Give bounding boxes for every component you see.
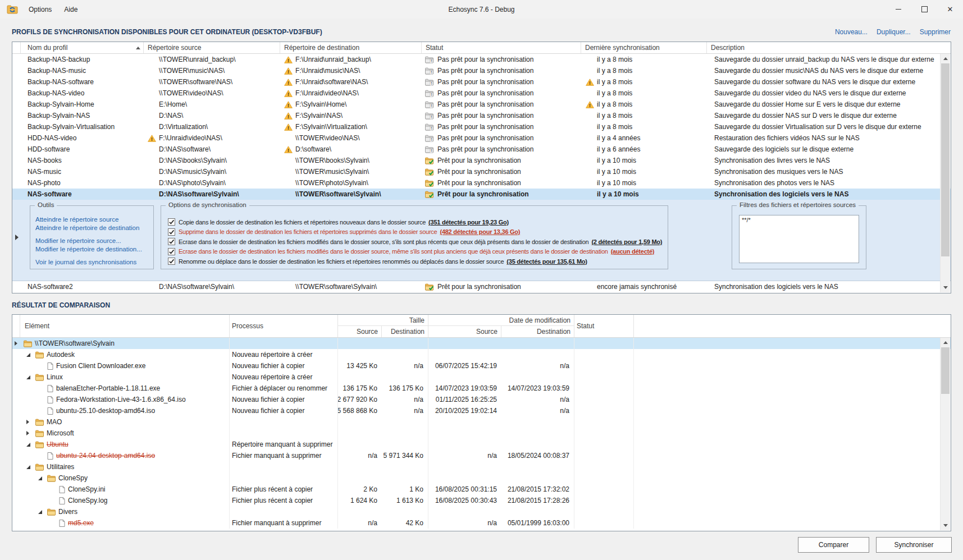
tool-link[interactable]: Atteindre le répertoire de destination (35, 224, 153, 232)
profile-row[interactable]: Backup-Sylvain-Virtualisation D:\Virtual… (12, 121, 951, 132)
sync-option-count-link[interactable]: (351 détectés pour 19,23 Go) (428, 219, 509, 226)
profiles-column-header[interactable]: Nom du profil (21, 42, 144, 53)
checkbox-checked-icon[interactable] (168, 248, 175, 255)
column-header-size[interactable]: Taille (338, 315, 428, 326)
filters-input[interactable]: **/* (739, 215, 859, 263)
column-header-date-destination[interactable]: Destination (501, 326, 574, 337)
compare-row[interactable]: Autodesk Nouveau répertoire à créer (12, 349, 951, 360)
compare-row[interactable]: Linux Nouveau répertoire à créer (12, 371, 951, 383)
column-header-size-source[interactable]: Source (338, 326, 382, 337)
profile-row[interactable]: Backup-NAS-music \\TOWER\music\NAS\ !F:\… (12, 65, 951, 76)
column-header-date[interactable]: Date de modification (428, 315, 574, 326)
compare-status (574, 450, 634, 461)
synchronize-button[interactable]: Synchroniser (876, 537, 952, 553)
profile-row[interactable]: Backup-NAS-backup \\TOWER\unraid_backup\… (12, 54, 951, 65)
sync-option-count-link[interactable]: (2 détectés pour 1,59 Mo) (591, 238, 662, 245)
tree-expanded-icon[interactable] (26, 353, 30, 357)
profile-row[interactable]: Backup-Sylvain-Home E:\Home\ !F:\Sylvain… (12, 99, 951, 110)
profile-row[interactable]: HDD-software D:\NAS\software\ !D:\softwa… (12, 144, 951, 155)
profiles-column-header[interactable]: Répertoire de destination (280, 42, 422, 53)
compare-row[interactable]: CloneSpy (12, 472, 951, 484)
sync-option-count-link[interactable]: (482 détectés pour 13,36 Go) (440, 228, 520, 235)
sync-option-label: Ecrase dans le dossier de destination le… (179, 248, 608, 255)
profile-row[interactable]: NAS-software D:\NAS\software\Sylvain\ \\… (12, 189, 951, 200)
tool-link[interactable]: Modifier le répertoire de destination... (35, 245, 153, 254)
tools-groupbox-title: Outils (35, 201, 57, 208)
menu-options[interactable]: Options (22, 0, 58, 19)
comparison-scrollbar-thumb[interactable] (941, 347, 950, 394)
compare-row[interactable]: CloneSpy.log Fichier plus récent à copie… (12, 495, 951, 506)
tree-expanded-icon[interactable] (26, 465, 30, 469)
tree-expanded-icon[interactable] (38, 510, 42, 514)
profile-row[interactable]: NAS-music D:\NAS\music\Sylvain\ \\TOWER\… (12, 166, 951, 177)
profile-row[interactable]: HDD-NAS-video !F:\Unraid\video\NAS\ \\TO… (12, 132, 951, 144)
profile-row[interactable]: NAS-books D:\NAS\books\Sylvain\ \\TOWER\… (12, 155, 951, 166)
compare-row[interactable]: \\TOWER\software\Sylvain (12, 338, 951, 349)
compare-row[interactable]: MAO (12, 416, 951, 428)
checkbox-checked-icon[interactable] (168, 258, 175, 265)
scroll-down-button[interactable] (941, 521, 950, 530)
column-header-status[interactable]: Statut (574, 315, 634, 337)
checkbox-checked-icon[interactable] (168, 228, 175, 236)
column-header-element[interactable]: Elément (20, 315, 230, 337)
compare-row[interactable]: balenaEtcher-Portable-1.18.11.exe Fichie… (12, 383, 951, 394)
profiles-column-header[interactable]: Description (707, 42, 951, 53)
tree-collapsed-icon[interactable] (26, 420, 29, 424)
tree-collapsed-icon[interactable] (15, 341, 17, 346)
compare-row[interactable]: Fedora-Workstation-Live-43-1.6.x86_64.is… (12, 394, 951, 405)
compare-row[interactable]: ubuntu-24.04-desktop-amd64.iso Fichier m… (12, 450, 951, 461)
profiles-scrollbar-thumb[interactable] (941, 63, 950, 256)
tree-expanded-icon[interactable] (26, 375, 30, 379)
compare-row[interactable]: md5.exe Fichier manquant à supprimer n/a… (12, 517, 951, 529)
profile-destination: \\TOWER\software\Sylvain\ (280, 281, 422, 292)
scroll-up-icon (943, 341, 948, 344)
close-button[interactable]: ✕ (937, 0, 963, 19)
compare-row[interactable]: Divers (12, 506, 951, 517)
profiles-column-header[interactable]: Statut (422, 42, 581, 53)
profile-row[interactable]: Backup-NAS-software \\TOWER\software\NAS… (12, 76, 951, 88)
tree-collapsed-icon[interactable] (26, 431, 29, 435)
profiles-column-header[interactable]: Dernière synchronisation (581, 42, 707, 53)
compare-row[interactable]: ubuntu-25.10-desktop-amd64.iso Nouveau f… (12, 405, 951, 416)
profiles-column-header[interactable]: Répertoire source (144, 42, 280, 53)
tree-expanded-icon[interactable] (38, 476, 42, 480)
profile-last-sync: il y a 8 mois (581, 54, 707, 65)
compare-row[interactable]: CloneSpy.ini Fichier plus récent à copie… (12, 484, 951, 495)
tool-link[interactable]: Voir le journal des synchronisations (35, 258, 153, 267)
compare-row[interactable]: Microsoft (12, 428, 951, 439)
sync-option-count-link[interactable]: (35 détectés pour 135,61 Mo) (506, 258, 587, 265)
column-header-size-destination[interactable]: Destination (382, 326, 428, 337)
scroll-down-button[interactable] (941, 283, 950, 292)
compare-row[interactable]: Ubuntu Répertoire manquant à supprimer (12, 439, 951, 450)
tool-link[interactable]: Atteindre le répertoire source (35, 215, 153, 224)
profile-status: !Pas prêt pour la synchronisation (422, 65, 581, 76)
profile-row[interactable]: NAS-photo D:\NAS\photo\Sylvain\ \\TOWER\… (12, 177, 951, 189)
profile-row[interactable]: NAS-software2 D:\NAS\software\Sylvain\ \… (12, 281, 951, 292)
profile-row[interactable]: Backup-Sylvain-NAS D:\NAS\ !F:\Sylvain\N… (12, 110, 951, 121)
compare-size-source: 2 677 920 Ko (338, 394, 382, 405)
menu-aide[interactable]: Aide (58, 0, 84, 19)
action-duplicate-link[interactable]: Dupliquer... (877, 28, 911, 36)
action-new-link[interactable]: Nouveau... (835, 28, 868, 36)
profile-name: Backup-NAS-software (21, 76, 144, 88)
tree-expanded-icon[interactable] (26, 443, 30, 447)
column-header-date-source[interactable]: Source (428, 326, 501, 337)
profile-row[interactable]: Backup-NAS-video \\TOWER\video\NAS\ !F:\… (12, 88, 951, 99)
detail-expander-icon[interactable] (15, 235, 19, 240)
compare-row[interactable]: Fusion Client Downloader.exe Nouveau fic… (12, 360, 951, 371)
status-not-ready-icon: ! (425, 112, 434, 120)
compare-date-destination (501, 349, 574, 360)
maximize-button[interactable] (911, 0, 937, 19)
sync-option-count-link[interactable]: (aucun détecté) (611, 248, 655, 255)
column-header-process[interactable]: Processus (230, 315, 338, 337)
checkbox-checked-icon[interactable] (168, 238, 175, 245)
scroll-up-button[interactable] (941, 338, 950, 347)
action-delete-link[interactable]: Supprimer (920, 28, 951, 36)
minimize-button[interactable] (886, 0, 911, 19)
compare-button[interactable]: Comparer (798, 537, 869, 553)
checkbox-checked-icon[interactable] (168, 218, 175, 226)
tool-link[interactable]: Modifier le répertoire source... (35, 237, 153, 245)
compare-row[interactable]: Utilitaires (12, 461, 951, 472)
scroll-up-button[interactable] (941, 54, 950, 63)
profile-status: !Pas prêt pour la synchronisation (422, 110, 581, 121)
